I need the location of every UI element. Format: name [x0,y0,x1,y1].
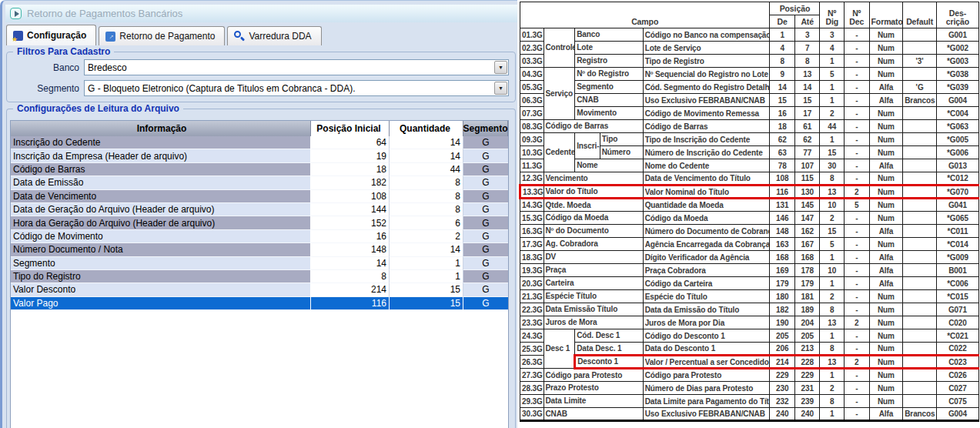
column-header-posicao-inicial[interactable]: Posição Inicial [311,121,390,136]
segmento-value: G - Bloqueto Eletronico (Captura de Titu… [85,83,494,94]
search-icon [234,31,245,42]
layout-cell: 107 [794,159,820,172]
grid-row[interactable]: Data de Geração do Arquivo (Header de ar… [11,203,508,216]
layout-cell [903,68,937,81]
layout-cell: 30 [820,159,845,172]
layout-cell [903,277,937,290]
grid-cell: G [463,176,508,189]
tab-configuracao[interactable]: ★ Configuração [6,25,96,45]
tab-varredura-dda[interactable]: Varredura DDA [227,26,321,45]
layout-cell: *G003 [936,55,978,68]
grid-cell: Data de Geração do Arquivo (Header de ar… [11,203,311,216]
layout-cell: Alfa [869,225,903,238]
config-grid: Informação Posição Inicial Quantidade Se… [10,120,509,428]
layout-cell: G013 [936,159,978,172]
segmento-select[interactable]: G - Bloqueto Eletronico (Captura de Titu… [84,80,509,96]
layout-cell: 23.3G [520,316,544,329]
layout-cell: 180 [770,290,795,303]
layout-table: Campo Posição Nº Dig Nº Dec Formato Defa… [519,2,979,422]
layout-row: 17.3GAg. CobradoraAgência Encarregada da… [520,238,979,251]
layout-cell: C026 [936,369,978,382]
config-grid-header: Informação Posição Inicial Quantidade Se… [11,121,508,136]
chevron-down-icon[interactable]: ▼ [494,61,507,74]
layout-cell: Número do Documento de Cobrança [643,225,770,238]
tab-label: Varredura DDA [249,31,311,42]
grid-row[interactable]: Valor Pago11615G [11,297,508,310]
grid-row[interactable]: Data de Emissão1828G [11,176,508,189]
grid-cell: Data de Vencimento [11,190,311,203]
layout-cell: Código do Desconto 1 [643,329,770,343]
grid-row[interactable]: Valor Desconto21415G [11,283,508,296]
layout-cell: *C006 [936,277,978,290]
column-header-informacao[interactable]: Informação [11,121,311,136]
grid-cell: Inscrição da Empresa (Header de arquivo) [11,149,311,162]
layout-row: 25.3GData Desc. 1Data do Desconto 120621… [520,343,979,356]
grid-row[interactable]: Tipo do Registro81G [11,270,508,283]
layout-cell: 229 [770,369,795,382]
layout-cell: Cód. Desc 1 [575,329,643,343]
layout-cell: 239 [794,395,820,408]
layout-cell: Uso Exclusivo FEBRABAN/CNAB [643,94,770,107]
grid-row[interactable]: Inscrição da Empresa (Header de arquivo)… [11,149,508,162]
layout-row: 11.3GNomeNome do Cedente7810730-AlfaG013 [520,159,979,172]
layout-cell: 2 [844,316,869,329]
layout-cell: '3' [903,55,937,68]
layout-cell: 2 [844,356,869,369]
layout-row: 30.3GCNABUso Exclusivo FEBRABAN/CNAB2402… [520,408,979,421]
column-header-quantidade[interactable]: Quantidade [390,121,463,136]
layout-cell: Data Emissão Título [544,303,643,316]
layout-cell: 231 [794,382,820,395]
layout-row: 03.3GRegistroTipo de Registro881-Num'3'*… [520,55,979,68]
layout-cell: *C014 [936,238,978,251]
segmento-row: Segmento G - Bloqueto Eletronico (Captur… [7,80,509,96]
layout-cell: Valor / Percentual a ser Concedido [643,356,770,369]
layout-cell: 2 [844,186,869,199]
layout-cell [903,395,937,408]
chevron-down-icon[interactable]: ▼ [494,82,507,95]
grid-row[interactable]: Hora da Geração do Arquivo (Header de ar… [11,216,508,229]
layout-cell: C023 [936,356,978,369]
layout-cell: 14 [794,81,820,94]
banco-row: Banco Bredesco ▼ [7,59,509,75]
layout-cell: 204 [794,316,820,329]
layout-cell: 13 [820,356,845,369]
layout-cell: Número de Inscrição do Cedente [643,146,770,159]
column-header-segmento[interactable]: Segmento [463,121,508,136]
layout-cell: - [844,329,869,343]
grid-cell: 14 [390,136,463,149]
layout-cell: Lote [575,42,643,55]
layout-cell: 27.3G [520,369,544,382]
layout-row: 12.3GVencimentoData de Vencimento do Tít… [520,172,979,186]
layout-cell: - [844,251,869,264]
window-play-icon [10,8,22,19]
grid-cell: 6 [390,216,463,229]
layout-cell: 179 [794,277,820,290]
layout-cell: 10.3G [520,146,544,159]
banco-value: Bredesco [85,62,494,73]
layout-cell: - [844,146,869,159]
layout-cell: Agência Encarregada da Cobrança [643,238,770,251]
grid-row[interactable]: Código de Barras1844G [11,163,508,176]
layout-cell: - [844,225,869,238]
layout-cell: Valor Nominal do Título [643,186,770,199]
grid-cell: 8 [390,190,463,203]
layout-cell: CNAB [575,94,643,107]
grid-row[interactable]: Inscrição do Cedente6414G [11,136,508,149]
layout-cell: 'G [903,81,937,94]
grid-cell: Código de Movimento [11,230,311,243]
layout-cell: C075 [936,395,978,408]
layout-cell: Quantidade da Moeda [643,199,770,212]
layout-cell [903,42,937,55]
grid-row[interactable]: Segmento141G [11,257,508,270]
grid-row[interactable]: Código de Movimento162G [11,230,508,243]
layout-cell: Praça [544,264,643,277]
layout-cell: 230 [770,382,795,395]
layout-cell: - [844,133,869,146]
tab-retorno-de-pagamento[interactable]: → Retorno de Pagamento [99,26,225,45]
layout-cell: 62 [770,133,795,146]
layout-cell: Código para Protesto [544,369,643,382]
grid-row[interactable]: Data de Vencimento1088G [11,190,508,203]
grid-row[interactable]: Número Documento / Nota14814G [11,243,508,256]
banco-select[interactable]: Bredesco ▼ [84,59,509,75]
layout-cell: 240 [770,408,795,421]
